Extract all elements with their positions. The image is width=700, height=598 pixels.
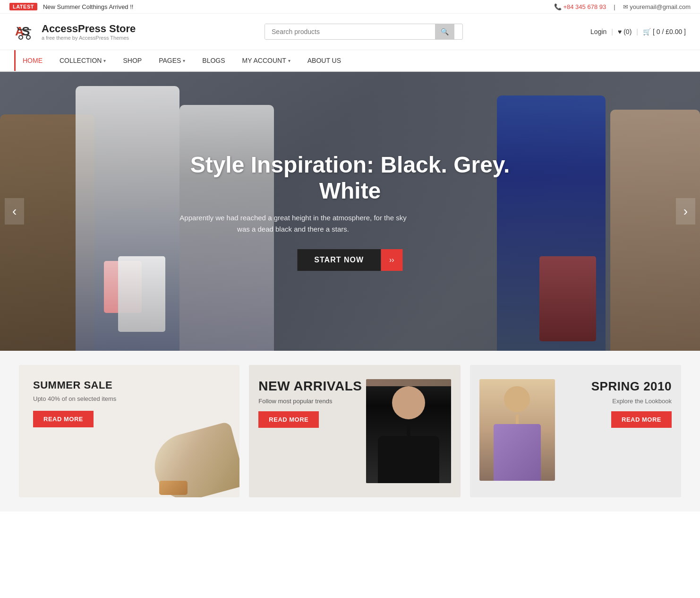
summer-sale-desc: Upto 40% of on selected items xyxy=(33,395,225,402)
nav-label-pages: PAGES xyxy=(159,57,181,64)
start-now-button[interactable]: START NOW xyxy=(297,249,381,271)
news-text: New Summer Colthings Arrived !! xyxy=(43,3,133,10)
cart-link[interactable]: 🛒 [ 0 / £0.00 ] xyxy=(643,28,686,35)
nav-label-shop: SHOP xyxy=(123,57,142,64)
latest-badge: LATEST xyxy=(9,3,37,10)
nav-label-home: HOME xyxy=(23,57,43,64)
spring-desc: Explore the Lookbook xyxy=(564,398,672,405)
main-nav: HOME COLLECTION ▾ SHOP PAGES ▾ BLOGS MY … xyxy=(0,50,700,72)
arrivals-desc: Follow most popular trends xyxy=(258,398,366,405)
arrivals-title: NEW ARRIVALS xyxy=(258,379,366,394)
hero-banner: Style Inspiration: Black. Grey. White Ap… xyxy=(0,72,700,351)
bag-white xyxy=(118,256,165,332)
logo-icon: A S xyxy=(14,20,37,43)
bag-brown xyxy=(539,256,596,341)
separator: | xyxy=(614,3,615,10)
chevron-down-icon-pages: ▾ xyxy=(183,58,185,63)
nav-item-home[interactable]: HOME xyxy=(14,50,51,71)
wishlist-link[interactable]: ♥ (0) xyxy=(618,28,632,35)
arrivals-readmore-button[interactable]: READ MORE xyxy=(258,411,319,428)
nav-item-collection[interactable]: COLLECTION ▾ xyxy=(51,50,114,71)
logo-title: AccessPress Store xyxy=(42,23,136,35)
spring-image xyxy=(479,379,555,481)
sep2: | xyxy=(636,28,638,35)
hero-subtitle: Apparently we had reached a great height… xyxy=(175,212,411,235)
hero-btn-wrap: START NOW ›› xyxy=(175,249,525,271)
hero-content: Style Inspiration: Black. Grey. White Ap… xyxy=(175,152,525,271)
search-input[interactable] xyxy=(265,24,435,39)
header-search: 🔍 xyxy=(137,24,590,40)
spring-text: SPRING 2010 Explore the Lookbook READ MO… xyxy=(555,379,672,428)
phone-number: +84 345 678 93 xyxy=(563,3,606,10)
email-address: youremail@gmail.com xyxy=(630,3,691,10)
nav-label-blogs: BLOGS xyxy=(202,57,225,64)
nav-label-myaccount: MY ACCOUNT xyxy=(242,57,286,64)
chevron-down-icon-account: ▾ xyxy=(288,58,290,63)
nav-item-myaccount[interactable]: MY ACCOUNT ▾ xyxy=(234,50,299,71)
woman-head xyxy=(504,386,530,412)
arrivals-text: NEW ARRIVALS Follow most popular trends … xyxy=(258,379,366,428)
sep1: | xyxy=(611,28,613,35)
hero-arrow-button[interactable]: ›› xyxy=(381,249,403,271)
nav-item-blogs[interactable]: BLOGS xyxy=(194,50,233,71)
arrow-icon: ›› xyxy=(389,256,394,264)
nav-item-shop[interactable]: SHOP xyxy=(114,50,150,71)
header-right: Login | ♥ (0) | 🛒 [ 0 / £0.00 ] xyxy=(590,28,686,35)
chevron-left-icon: ‹ xyxy=(12,204,17,218)
chevron-right-icon: › xyxy=(683,204,688,218)
spring-readmore-button[interactable]: READ MORE xyxy=(611,411,672,428)
header: A S AccessPress Store a free theme by Ac… xyxy=(0,14,700,50)
promo-section: SUMMER SALE Upto 40% of on selected item… xyxy=(0,351,700,511)
promo-card-summer: SUMMER SALE Upto 40% of on selected item… xyxy=(19,365,239,497)
man-neck xyxy=(407,422,410,436)
nav-item-aboutus[interactable]: ABOUT US xyxy=(299,50,350,71)
summer-sale-readmore-button[interactable]: READ MORE xyxy=(33,411,94,427)
top-bar: LATEST New Summer Colthings Arrived !! 📞… xyxy=(0,0,700,14)
search-button[interactable]: 🔍 xyxy=(435,24,454,39)
hero-next-button[interactable]: › xyxy=(676,198,695,225)
chevron-down-icon: ▾ xyxy=(103,58,106,63)
man-head xyxy=(392,386,425,419)
hero-title: Style Inspiration: Black. Grey. White xyxy=(175,152,525,204)
nav-label-collection: COLLECTION xyxy=(60,57,102,64)
man-body xyxy=(378,436,439,483)
shoe-image xyxy=(150,422,239,497)
promo-card-arrivals: NEW ARRIVALS Follow most popular trends … xyxy=(249,365,460,497)
summer-sale-title: SUMMER SALE xyxy=(33,379,225,391)
phone-icon: 📞 +84 345 678 93 xyxy=(554,3,606,10)
nav-item-pages[interactable]: PAGES ▾ xyxy=(150,50,194,71)
logo-text: AccessPress Store a free theme by Access… xyxy=(42,23,136,41)
login-link[interactable]: Login xyxy=(590,28,606,35)
nav-label-aboutus: ABOUT US xyxy=(307,57,341,64)
arrivals-image xyxy=(366,379,451,483)
email-icon: ✉ youremail@gmail.com xyxy=(623,3,691,10)
spring-title: SPRING 2010 xyxy=(564,379,672,394)
woman-figure xyxy=(479,386,555,481)
cart-icon: 🛒 xyxy=(643,28,651,35)
search-wrap: 🔍 xyxy=(265,24,463,40)
logo-svg: A S xyxy=(14,20,37,43)
promo-card-spring: SPRING 2010 Explore the Lookbook READ MO… xyxy=(470,365,681,497)
person-far-right xyxy=(610,110,700,351)
shoe-heel xyxy=(159,481,188,495)
man-figure xyxy=(366,386,451,483)
hero-prev-button[interactable]: ‹ xyxy=(5,198,24,225)
cart-label: [ 0 / £0.00 ] xyxy=(653,28,686,35)
woman-body xyxy=(494,424,541,481)
svg-text:S: S xyxy=(22,24,30,38)
logo-subtitle: a free theme by AccessPress Themes xyxy=(42,35,136,41)
woman-neck xyxy=(516,415,519,424)
logo-area: A S AccessPress Store a free theme by Ac… xyxy=(14,20,137,43)
top-bar-right: 📞 +84 345 678 93 | ✉ youremail@gmail.com xyxy=(554,3,691,10)
